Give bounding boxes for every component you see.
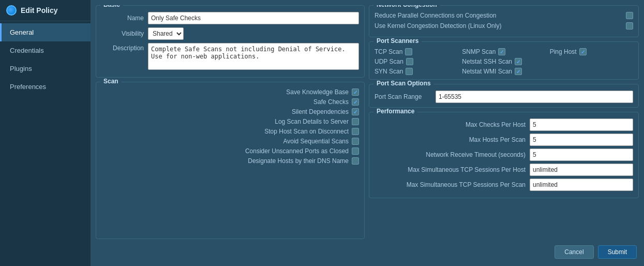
- scan-checkbox-3[interactable]: [352, 118, 359, 125]
- performance-section: Performance Max Checks Per Host Max Host…: [369, 112, 639, 198]
- scan-section: Scan Save Knowledge Base Safe Checks Sil…: [96, 82, 365, 239]
- sidebar-nav: General Credentials Plugins Preferences: [0, 23, 91, 96]
- scan-row-7: Designate Hosts by their DNS Name: [101, 157, 359, 165]
- congestion-rows: Reduce Parallel Connections on Congestio…: [375, 12, 633, 29]
- visibility-row: Visibility Shared Private: [101, 27, 359, 40]
- scan-checkbox-4[interactable]: [352, 128, 359, 135]
- perf-label-4: Max Simultaneous TCP Sessions Per Scan: [375, 181, 526, 188]
- right-panel: Network Congestion Reduce Parallel Conne…: [369, 5, 639, 239]
- perf-input-3[interactable]: [530, 164, 633, 176]
- perf-row-1: Max Hosts Per Scan: [375, 134, 633, 146]
- name-row: Name: [101, 12, 359, 24]
- scan-row-0: Save Knowledge Base: [101, 88, 359, 96]
- port-scanners-section: Port Scanners TCP Scan SNMP Scan Ping Ho…: [369, 41, 639, 80]
- sidebar-item-general[interactable]: General: [0, 23, 91, 41]
- cancel-button[interactable]: Cancel: [555, 245, 593, 259]
- scanner-item-0: TCP Scan: [375, 48, 458, 55]
- scan-checkbox-1[interactable]: [352, 98, 359, 106]
- perf-label-1: Max Hosts Per Scan: [375, 136, 526, 143]
- scanner-label-0: TCP Scan: [375, 48, 402, 55]
- scanner-checkbox-6[interactable]: [406, 68, 413, 75]
- scan-label-5: Avoid Sequential Scans: [283, 138, 349, 145]
- basic-section-title: Basic: [100, 5, 123, 8]
- left-panel: Basic Name Visibility Shared Private: [96, 5, 365, 239]
- perf-row-4: Max Simultaneous TCP Sessions Per Scan: [375, 179, 633, 191]
- scanner-checkbox-1[interactable]: [498, 48, 505, 55]
- edit-policy-icon: [6, 5, 17, 16]
- scan-row-1: Safe Checks: [101, 98, 359, 106]
- scan-label-1: Safe Checks: [313, 98, 349, 106]
- scanner-checkbox-3[interactable]: [406, 58, 413, 65]
- scan-label-4: Stop Host Scan on Disconnect: [264, 128, 349, 135]
- scan-checkbox-0[interactable]: [352, 88, 359, 96]
- perf-input-0[interactable]: [530, 119, 633, 131]
- port-scanners-title: Port Scanners: [373, 37, 422, 45]
- footer: Cancel Submit: [96, 243, 639, 261]
- scanners-inner-grid: TCP Scan SNMP Scan Ping Host UDP Scan Ne…: [375, 48, 633, 75]
- congestion-checkbox-0[interactable]: [626, 12, 633, 19]
- perf-input-4[interactable]: [530, 179, 633, 191]
- scan-row-5: Avoid Sequential Scans: [101, 138, 359, 145]
- scan-checkbox-5[interactable]: [352, 138, 359, 145]
- scan-label-2: Silent Dependencies: [292, 108, 349, 115]
- visibility-select-wrap: Shared Private: [148, 27, 184, 40]
- port-scan-options-section: Port Scan Options Port Scan Range: [369, 84, 639, 108]
- perf-label-0: Max Checks Per Host: [375, 121, 526, 128]
- congestion-row-1: Use Kernel Congestion Detection (Linux O…: [375, 22, 633, 29]
- congestion-label-1: Use Kernel Congestion Detection (Linux O…: [375, 22, 626, 29]
- scan-section-title: Scan: [100, 78, 122, 85]
- scanner-item-8: [550, 68, 633, 75]
- submit-button[interactable]: Submit: [598, 245, 637, 259]
- scanner-label-6: SYN Scan: [375, 68, 403, 75]
- description-input[interactable]: Complete Safe Scans not including Denial…: [148, 43, 359, 70]
- performance-rows: Max Checks Per Host Max Hosts Per Scan N…: [375, 119, 633, 191]
- scanner-item-2: Ping Host: [550, 48, 633, 55]
- port-scan-range-input[interactable]: [436, 91, 633, 103]
- sidebar-item-plugins[interactable]: Plugins: [0, 60, 91, 78]
- perf-row-2: Network Receive Timeout (seconds): [375, 149, 633, 161]
- perf-label-3: Max Simultaneous TCP Sessions Per Host: [375, 166, 526, 173]
- main-content: Basic Name Visibility Shared Private: [91, 0, 644, 266]
- congestion-checkbox-1[interactable]: [626, 22, 633, 29]
- perf-input-2[interactable]: [530, 149, 633, 161]
- congestion-row-0: Reduce Parallel Connections on Congestio…: [375, 12, 633, 19]
- scan-checkbox-6[interactable]: [352, 147, 359, 155]
- scanner-item-6: SYN Scan: [375, 68, 458, 75]
- scan-label-7: Designate Hosts by their DNS Name: [248, 157, 349, 165]
- port-scan-range-label: Port Scan Range: [375, 93, 431, 100]
- description-label: Description: [101, 43, 148, 52]
- name-label: Name: [101, 14, 148, 22]
- scanner-checkbox-4[interactable]: [515, 58, 522, 65]
- basic-section: Basic Name Visibility Shared Private: [96, 5, 365, 78]
- network-congestion-section: Network Congestion Reduce Parallel Conne…: [369, 5, 639, 37]
- scanner-label-1: SNMP Scan: [462, 48, 496, 55]
- scanner-item-3: UDP Scan: [375, 58, 458, 65]
- scanner-checkbox-7[interactable]: [515, 68, 522, 75]
- scan-checkbox-2[interactable]: [352, 108, 359, 115]
- scan-row-6: Consider Unscanned Ports as Closed: [101, 147, 359, 155]
- scanner-label-4: Netstat SSH Scan: [462, 58, 512, 65]
- sidebar-title: Edit Policy: [21, 6, 58, 14]
- visibility-label: Visibility: [101, 30, 148, 37]
- perf-input-1[interactable]: [530, 134, 633, 146]
- scan-checkbox-7[interactable]: [352, 157, 359, 165]
- scanner-item-4: Netstat SSH Scan: [462, 58, 545, 65]
- performance-title: Performance: [373, 108, 417, 115]
- network-congestion-title: Network Congestion: [373, 5, 440, 8]
- sidebar-item-credentials[interactable]: Credentials: [0, 41, 91, 60]
- scan-label-0: Save Knowledge Base: [286, 88, 349, 96]
- port-scan-options-title: Port Scan Options: [373, 80, 434, 87]
- sidebar-item-preferences[interactable]: Preferences: [0, 78, 91, 96]
- scanner-checkbox-0[interactable]: [405, 48, 412, 55]
- scanner-item-5: [550, 58, 633, 65]
- sidebar: Edit Policy General Credentials Plugins …: [0, 0, 91, 266]
- visibility-select[interactable]: Shared Private: [148, 27, 184, 40]
- scan-rows: Save Knowledge Base Safe Checks Silent D…: [101, 88, 359, 165]
- scanner-checkbox-2[interactable]: [579, 48, 587, 55]
- perf-label-2: Network Receive Timeout (seconds): [375, 151, 526, 158]
- panels-row: Basic Name Visibility Shared Private: [96, 5, 639, 239]
- port-scan-range-row: Port Scan Range: [375, 91, 633, 103]
- congestion-label-0: Reduce Parallel Connections on Congestio…: [375, 12, 626, 19]
- scan-row-3: Log Scan Details to Server: [101, 118, 359, 125]
- name-input[interactable]: [148, 12, 359, 24]
